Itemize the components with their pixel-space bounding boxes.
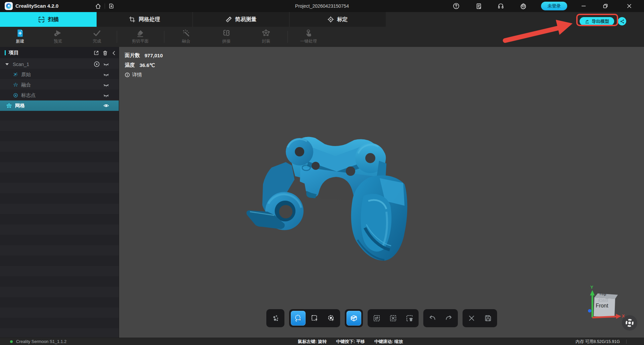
- restore-button[interactable]: [601, 1, 610, 11]
- play-scan-button[interactable]: [93, 60, 100, 68]
- clear-selection-icon: [389, 314, 397, 322]
- info-icon: [125, 72, 130, 77]
- group-history: [423, 309, 458, 327]
- mode-tab-bar: 扫描 网格处理 简易测量 标定: [0, 12, 386, 27]
- gizmo-front-label[interactable]: Front: [596, 303, 608, 309]
- clip-plane-button[interactable]: 剪切平面: [125, 29, 156, 46]
- tab-scan[interactable]: 扫描: [0, 12, 97, 27]
- restore-icon: [603, 3, 608, 9]
- device-online-dot: [10, 340, 13, 343]
- undo-button[interactable]: [425, 311, 440, 326]
- rect-select-button[interactable]: [307, 311, 322, 326]
- cancel-edit-button[interactable]: [464, 311, 479, 326]
- circle-select-button[interactable]: [324, 311, 338, 326]
- fuse-button[interactable]: 融合: [171, 29, 202, 46]
- app-title: CrealityScan 4.2.0: [15, 0, 58, 12]
- tree-row-fused[interactable]: 融合: [0, 80, 119, 90]
- visibility-toggle-mesh[interactable]: [102, 102, 110, 109]
- rect-select-icon: [311, 314, 319, 322]
- tab-mesh-label: 网格处理: [139, 16, 160, 23]
- done-button[interactable]: 完成: [82, 29, 112, 46]
- hint-rotate: 鼠标左键: 旋转: [298, 339, 327, 345]
- tab-mesh-processing[interactable]: 网格处理: [97, 12, 193, 27]
- gizmo-back-label: Back: [598, 297, 608, 303]
- fused-label: 融合: [21, 82, 31, 88]
- align-button[interactable]: 拼接: [211, 29, 242, 46]
- home-icon: [95, 3, 101, 9]
- mesh-icon: [6, 103, 12, 109]
- tab-measure-label: 简易测量: [235, 16, 257, 23]
- visibility-toggle-markers[interactable]: [102, 91, 110, 99]
- face-count-label: 面片数: [125, 52, 140, 59]
- eye-closed-icon: [103, 92, 109, 98]
- invert-selection-button[interactable]: [369, 311, 384, 326]
- point-edit-button[interactable]: [268, 311, 283, 326]
- select-through-button[interactable]: [346, 311, 361, 326]
- mesh-label: 网格: [15, 102, 25, 109]
- redo-icon: [445, 314, 453, 322]
- collapse-sidebar-button[interactable]: [110, 50, 117, 56]
- mouse-hints: 鼠标左键: 旋转 中键按下: 平移 中键滚动: 缩放: [298, 338, 403, 345]
- reset-view-button[interactable]: [622, 315, 637, 331]
- fused-cloud-icon: [13, 82, 18, 88]
- export-project-button[interactable]: [93, 50, 100, 56]
- tree-row-raw[interactable]: 原始: [0, 69, 119, 80]
- one-click-process-button[interactable]: 一键处理: [293, 29, 324, 46]
- tree-row-scan-group[interactable]: Scan_1: [0, 59, 119, 69]
- delete-selection-button[interactable]: [402, 311, 417, 326]
- hint-pan: 中键按下: 平移: [336, 339, 365, 345]
- close-button[interactable]: [625, 1, 634, 11]
- lasso-select-button[interactable]: [291, 311, 306, 326]
- eye-closed-icon: [103, 71, 109, 78]
- minimize-icon: [581, 3, 586, 9]
- caret-down-icon[interactable]: [5, 63, 9, 65]
- viewport-3d[interactable]: 面片数 977,010 温度 36.6℃ 详情: [119, 47, 644, 338]
- group-confirm: [463, 309, 497, 327]
- eye-open-icon: [103, 102, 109, 109]
- share-button[interactable]: [618, 17, 626, 25]
- details-label: 详情: [132, 72, 142, 78]
- scan-group-label: Scan_1: [13, 62, 29, 67]
- visibility-toggle-fused[interactable]: [102, 81, 110, 88]
- new-scan-button[interactable]: 新建: [5, 29, 36, 46]
- circle-select-icon: [327, 314, 335, 322]
- delete-project-button[interactable]: [102, 50, 108, 56]
- export-model-button[interactable]: 导出模型: [580, 17, 614, 25]
- wrap-button[interactable]: 封装: [251, 29, 281, 46]
- done-label: 完成: [82, 39, 112, 44]
- home-button[interactable]: [93, 1, 103, 11]
- clear-selection-button[interactable]: [386, 311, 400, 326]
- minimize-button[interactable]: [579, 1, 588, 11]
- settings-button[interactable]: [519, 1, 528, 11]
- help-button[interactable]: [451, 1, 461, 11]
- toolbar-divider: [164, 31, 164, 43]
- clip-plane-label: 剪切平面: [125, 39, 156, 44]
- import-project-button[interactable]: [107, 1, 116, 11]
- share-icon: [620, 19, 625, 24]
- login-button[interactable]: 未登录: [541, 2, 567, 10]
- tree-row-markers[interactable]: 标志点: [0, 90, 119, 100]
- feedback-button[interactable]: [474, 1, 483, 11]
- save-edit-button[interactable]: [481, 311, 495, 326]
- title-bar: CrealityScan 4.2.0 Project_2026042315075…: [0, 0, 644, 12]
- support-button[interactable]: [496, 1, 505, 11]
- markers-label: 标志点: [21, 92, 36, 98]
- align-icon: [222, 29, 231, 38]
- points-icon: [271, 314, 279, 322]
- headset-icon: [497, 3, 504, 9]
- redo-button[interactable]: [441, 311, 456, 326]
- preview-icon: [54, 29, 62, 38]
- details-link[interactable]: 详情: [125, 70, 163, 80]
- toolbar-divider: [117, 31, 117, 43]
- visibility-toggle-scan-group[interactable]: [102, 60, 110, 68]
- gizmo-top-label[interactable]: Top: [599, 292, 606, 296]
- scanned-model-3d: [235, 127, 409, 268]
- view-cube-gizmo[interactable]: Back Top Front Y X: [583, 285, 630, 324]
- scan-icon: [38, 16, 45, 23]
- tab-calibrate[interactable]: 标定: [289, 12, 386, 27]
- tab-measure[interactable]: 简易测量: [193, 12, 289, 27]
- preview-button[interactable]: 预览: [43, 29, 73, 46]
- visibility-toggle-raw[interactable]: [102, 71, 110, 78]
- new-file-icon: [16, 29, 24, 38]
- tree-row-mesh-selected[interactable]: 网格: [0, 100, 119, 111]
